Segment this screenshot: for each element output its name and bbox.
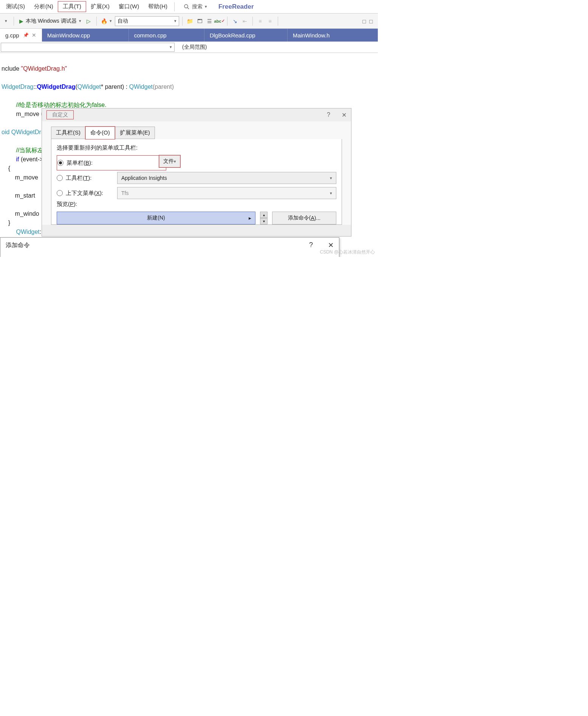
radio-menubar[interactable] [57, 160, 63, 166]
chevron-down-icon: ▾ [205, 4, 207, 9]
combo-menubar[interactable]: 文件▾ [159, 155, 180, 167]
scope-global[interactable]: (全局范围) [175, 44, 207, 51]
section-label: 选择要重新排列的菜单或工具栏: [57, 144, 336, 152]
pin-icon[interactable]: 📌 [23, 32, 29, 38]
radio-toolbar-label: 工具栏(T): [66, 175, 114, 182]
debugger-label: 本地 Windows 调试器 [26, 18, 77, 25]
preview-item[interactable]: 新建(N) ▸ [57, 212, 255, 224]
tab-1[interactable]: MainWindow.cpp [42, 29, 129, 42]
help-icon[interactable]: ? [327, 111, 330, 119]
tab-3[interactable]: DlgBookRead.cpp [204, 29, 288, 42]
tab-toolbars[interactable]: 工具栏(S) [51, 127, 85, 139]
list-icon[interactable]: ☰ [205, 17, 214, 26]
preview-label: 预览(P): [57, 201, 336, 208]
scope-bar: ▾ (全局范围) [0, 42, 378, 53]
outdent-icon[interactable]: ≡ [256, 17, 265, 26]
chevron-down-icon: ▾ [170, 45, 172, 49]
menu-bar: 测试(S) 分析(N) 工具(T) 扩展(X) 窗口(W) 帮助(H) 搜索 ▾… [0, 0, 378, 14]
preview-scrollbar[interactable]: ▴▾ [260, 212, 268, 224]
search-icon [184, 4, 190, 10]
config-combo[interactable]: 自动 ▾ [115, 16, 179, 26]
config-value: 自动 [118, 18, 128, 25]
window-icon[interactable]: 🗔 [195, 17, 204, 26]
bookmark2-icon[interactable]: ◻ [369, 18, 373, 24]
play-outline-icon[interactable]: ▷ [84, 17, 93, 26]
abc-icon[interactable]: abc✓ [215, 17, 224, 26]
dialog-title-bar: 自定义 ? ✕ [42, 108, 351, 121]
tab-label: MainWindow.cpp [47, 32, 90, 39]
radio-context-label: 上下文菜单(X): [66, 190, 114, 197]
search-box[interactable]: 搜索 ▾ [184, 3, 207, 10]
dialog-title: 添加命令 [6, 241, 30, 249]
tab-active[interactable]: g.cpp 📌 ✕ [0, 29, 42, 42]
tab-2[interactable]: common.cpp [129, 29, 204, 42]
dialog-title-bar: 添加命令 ? ✕ [0, 238, 339, 253]
menu-help[interactable]: 帮助(H) [144, 2, 172, 12]
radio-menubar-label: 菜单栏(B): [67, 159, 115, 167]
menu-test[interactable]: 测试(S) [2, 2, 29, 12]
add-command-button[interactable]: 添加命令(A)... [272, 212, 336, 224]
close-icon[interactable]: ✕ [328, 241, 334, 249]
app-title: FreeReader [218, 3, 254, 11]
radio-toolbar[interactable] [57, 175, 63, 181]
tab-extmenu[interactable]: 扩展菜单(E) [115, 127, 155, 139]
close-icon[interactable]: ✕ [32, 32, 36, 38]
watermark: CSDN @心若冰清自然开心 [320, 249, 375, 255]
combo-toolbar[interactable]: Application Insights▾ [117, 172, 336, 184]
start-debug-button[interactable]: ▶ 本地 Windows 调试器 ▾ [17, 17, 84, 25]
indent-icon[interactable]: ⇤ [240, 17, 249, 26]
customize-tabs: 工具栏(S) 命令(O) 扩展菜单(E) [51, 127, 342, 139]
fire-icon[interactable]: 🔥 [100, 17, 109, 26]
editor-tabs: g.cpp 📌 ✕ MainWindow.cpp common.cpp DlgB… [0, 29, 378, 42]
tab-label: MainWindow.h [293, 32, 330, 39]
toolbar: ▾ ▶ 本地 Windows 调试器 ▾ ▷ 🔥 ▾ 自动 ▾ 📁 🗔 ☰ ab… [0, 14, 378, 29]
radio-context[interactable] [57, 190, 63, 196]
menu-window[interactable]: 窗口(W) [114, 2, 144, 12]
tab-commands[interactable]: 命令(O) [85, 127, 115, 139]
tab-label: common.cpp [134, 32, 167, 39]
chevron-down-icon: ▾ [174, 19, 176, 23]
arrow-icon[interactable]: ↘ [231, 17, 240, 26]
svg-line-1 [187, 8, 189, 9]
tab-label: g.cpp [5, 32, 19, 39]
folder-icon[interactable]: 📁 [186, 17, 195, 26]
menu-extensions[interactable]: 扩展(X) [86, 2, 114, 12]
help-icon[interactable]: ? [309, 241, 313, 249]
dropdown-icon[interactable]: ▾ [2, 17, 11, 26]
dialog-title: 自定义 [46, 110, 74, 119]
arrow-right-icon: ▸ [249, 215, 251, 221]
bookmark-icon[interactable]: ◻ [362, 18, 367, 24]
play-icon: ▶ [19, 18, 23, 24]
close-icon[interactable]: ✕ [342, 111, 347, 119]
search-label: 搜索 [192, 3, 203, 10]
svg-point-0 [184, 5, 188, 8]
menu-tools[interactable]: 工具(T) [58, 1, 86, 12]
indent2-icon[interactable]: ≡ [266, 17, 275, 26]
tab-4[interactable]: MainWindow.h [288, 29, 378, 42]
chevron-down-icon[interactable]: ▾ [110, 19, 112, 23]
scope-left-combo[interactable]: ▾ [1, 43, 175, 52]
dialog-add-command: 添加命令 ? ✕ 选择要添加的命令，然后单击"确定"。 类别(G): 格式工具扩… [0, 237, 339, 257]
chevron-down-icon: ▾ [79, 19, 81, 23]
menu-analyze[interactable]: 分析(N) [29, 2, 58, 12]
dialog-customize: 自定义 ? ✕ 工具栏(S) 命令(O) 扩展菜单(E) 选择要重新排列的菜单或… [42, 108, 351, 237]
tab-label: DlgBookRead.cpp [210, 32, 255, 39]
combo-context[interactable]: Tfs▾ [117, 187, 336, 199]
